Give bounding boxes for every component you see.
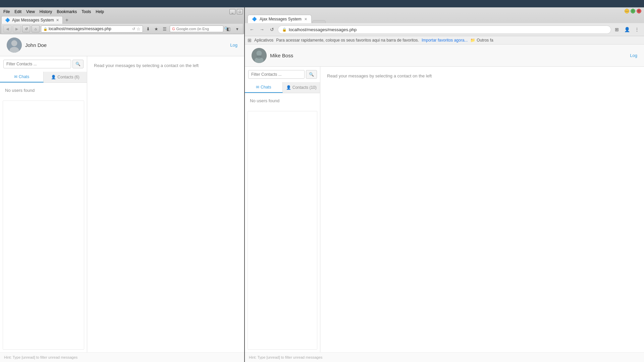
minimize-button-2[interactable]: — bbox=[625, 9, 629, 13]
star-icon[interactable]: ☆ bbox=[137, 26, 141, 32]
browser-firefox: File Edit View History Bookmarks Tools H… bbox=[0, 7, 245, 362]
tab-favicon: 🔷 bbox=[5, 18, 10, 22]
sidebar-2: 🔍 ✉ Chats 👤 Contacts (10) bbox=[245, 67, 320, 352]
no-users-2: No users found bbox=[245, 93, 320, 108]
tab-close-button[interactable]: ✕ bbox=[56, 18, 59, 22]
menu-icon[interactable]: ☰ bbox=[161, 25, 168, 33]
chats-tab-2[interactable]: ✉ Chats bbox=[245, 82, 283, 93]
menu-view[interactable]: View bbox=[25, 9, 36, 14]
folder-label: Outros fa bbox=[477, 38, 493, 43]
sidebar-toggle[interactable]: ◧ bbox=[225, 25, 232, 33]
bookmarks-icon[interactable]: ★ bbox=[153, 25, 160, 33]
tab-inactive-2[interactable] bbox=[312, 20, 326, 23]
reload-button[interactable]: ↺ bbox=[22, 25, 30, 33]
filter-input-1[interactable] bbox=[3, 60, 71, 68]
bookmarks-text: Aplicativos bbox=[254, 38, 273, 43]
hint-footer-2: Hint: Type [unread] to filter unread mes… bbox=[245, 352, 644, 362]
avatar-2 bbox=[252, 48, 267, 63]
tabs-nav-1: ✉ Chats 👤 Contacts (6) bbox=[0, 72, 87, 83]
bookmarks-bar-2: ⊞ Aplicativos Para acessar rapidamente, … bbox=[245, 36, 644, 45]
folder-icon: 📁 bbox=[470, 38, 475, 43]
avatar-1 bbox=[7, 38, 22, 53]
search-bar[interactable]: G 🔍 bbox=[170, 25, 223, 32]
profile-button-2[interactable]: 👤 bbox=[623, 25, 631, 34]
hint-footer-1: Hint: Type [unread] to filter unread mes… bbox=[0, 352, 244, 362]
main-hint-2: Read your messages by selecting a contac… bbox=[327, 73, 432, 78]
filter-search-button-1[interactable]: 🔍 bbox=[72, 60, 84, 68]
download-icon[interactable]: ⬇ bbox=[144, 25, 152, 33]
tab-label: Ajax Messages System bbox=[12, 18, 54, 22]
contacts-icon-2: 👤 bbox=[286, 85, 291, 90]
browsers-container: File Edit View History Bookmarks Tools H… bbox=[0, 7, 644, 362]
app-body-2: 🔍 ✉ Chats 👤 Contacts (10) bbox=[245, 67, 644, 352]
tab-close-button-2[interactable]: ✕ bbox=[304, 17, 307, 21]
minimize-button[interactable]: _ bbox=[229, 9, 235, 14]
grid-icon: ⊞ bbox=[248, 38, 252, 43]
extensions-button-2[interactable]: ⊞ bbox=[612, 25, 621, 34]
back-button[interactable]: ◀ bbox=[3, 25, 11, 33]
contacts-tab-1[interactable]: 👤 Contacts (6) bbox=[44, 72, 87, 82]
contact-list-2 bbox=[248, 111, 317, 350]
more-button-2[interactable]: ⋮ bbox=[633, 25, 641, 34]
app-body-1: 🔍 ✉ Chats 👤 Contacts (6) bbox=[0, 56, 244, 352]
tabs-bar: 🔷 Ajax Messages System ✕ + bbox=[1, 16, 243, 24]
window-controls: _ □ bbox=[229, 9, 243, 14]
close-button-2[interactable]: ✕ bbox=[637, 9, 641, 13]
menu-bar: File Edit View History Bookmarks Tools H… bbox=[1, 9, 106, 15]
more-button[interactable]: ▾ bbox=[233, 25, 241, 33]
contacts-tab-2[interactable]: 👤 Contacts (10) bbox=[283, 82, 320, 93]
user-name-2: Mike Boss bbox=[270, 53, 293, 58]
logout-link-2[interactable]: Log bbox=[630, 53, 637, 58]
home-button[interactable]: ⌂ bbox=[32, 25, 40, 33]
bookmarks-import-link[interactable]: Importar favoritos agora... bbox=[422, 38, 468, 43]
tabs-bar-2: 🔷 Ajax Messages System ✕ bbox=[245, 15, 644, 23]
svg-point-1 bbox=[11, 40, 17, 46]
address-bar-2[interactable]: 🔒 bbox=[278, 25, 611, 34]
chats-tab-1[interactable]: ✉ Chats bbox=[0, 72, 44, 82]
no-users-1: No users found bbox=[0, 83, 87, 98]
svg-point-6 bbox=[257, 55, 262, 59]
new-tab-button[interactable]: + bbox=[63, 16, 70, 24]
filter-bar-2: 🔍 bbox=[245, 67, 320, 82]
reload-button-2[interactable]: ↺ bbox=[268, 25, 276, 34]
menu-file[interactable]: File bbox=[3, 9, 10, 14]
search-input[interactable] bbox=[176, 27, 223, 31]
logout-link-1[interactable]: Log bbox=[230, 43, 237, 48]
app-content-2: Mike Boss Log 🔍 ✉ Cha bbox=[245, 45, 644, 362]
contacts-icon-1: 👤 bbox=[51, 75, 56, 79]
main-area-2: Read your messages by selecting a contac… bbox=[320, 67, 644, 352]
menu-tools[interactable]: Tools bbox=[81, 9, 92, 14]
google-icon: G bbox=[172, 27, 175, 31]
chats-label-1: Chats bbox=[19, 74, 29, 79]
lock-icon: 🔒 bbox=[43, 27, 47, 31]
user-info-2: Mike Boss bbox=[252, 48, 293, 63]
chats-label-2: Chats bbox=[261, 85, 271, 89]
url-input-2[interactable] bbox=[289, 27, 607, 32]
browser-chrome: — + ✕ 🔷 Ajax Messages System ✕ ← → ↺ 🔒 bbox=[245, 7, 644, 362]
tab-ajax-messages[interactable]: 🔷 Ajax Messages System ✕ bbox=[1, 16, 63, 24]
filter-bar-1: 🔍 bbox=[0, 56, 87, 72]
maximize-button[interactable]: □ bbox=[237, 9, 243, 14]
app-header-2: Mike Boss Log bbox=[245, 45, 644, 67]
menu-edit[interactable]: Edit bbox=[14, 9, 22, 14]
filter-input-2[interactable] bbox=[248, 70, 305, 79]
browser-chrome-2: — + ✕ 🔷 Ajax Messages System ✕ ← → ↺ 🔒 bbox=[245, 7, 644, 45]
maximize-button-2[interactable]: + bbox=[631, 9, 635, 13]
os-taskbar bbox=[0, 0, 644, 7]
bookmarks-folder[interactable]: 📁 Outros fa bbox=[470, 38, 493, 43]
browser-chrome-1: File Edit View History Bookmarks Tools H… bbox=[0, 7, 244, 34]
menu-help[interactable]: Help bbox=[95, 9, 105, 14]
back-button-2[interactable]: ← bbox=[248, 25, 256, 34]
forward-button[interactable]: ▶ bbox=[13, 25, 21, 33]
filter-search-button-2[interactable]: 🔍 bbox=[306, 70, 317, 79]
menu-bookmarks[interactable]: Bookmarks bbox=[56, 9, 77, 14]
tab-ajax-messages-2[interactable]: 🔷 Ajax Messages System ✕ bbox=[248, 15, 312, 23]
nav-bar: ◀ ▶ ↺ ⌂ 🔒 ↺ ☆ ⬇ ★ ☰ G 🔍 bbox=[1, 24, 243, 34]
forward-button-2[interactable]: → bbox=[258, 25, 266, 34]
app-header-1: John Doe Log bbox=[0, 34, 244, 56]
nav-bar-2: ← → ↺ 🔒 ⊞ 👤 ⋮ bbox=[245, 23, 644, 36]
menu-history[interactable]: History bbox=[39, 9, 53, 14]
bookmarks-hint: Para acessar rapidamente, coloque os seu… bbox=[276, 38, 419, 43]
address-bar[interactable]: 🔒 ↺ ☆ bbox=[41, 25, 143, 33]
url-input[interactable] bbox=[49, 26, 131, 31]
